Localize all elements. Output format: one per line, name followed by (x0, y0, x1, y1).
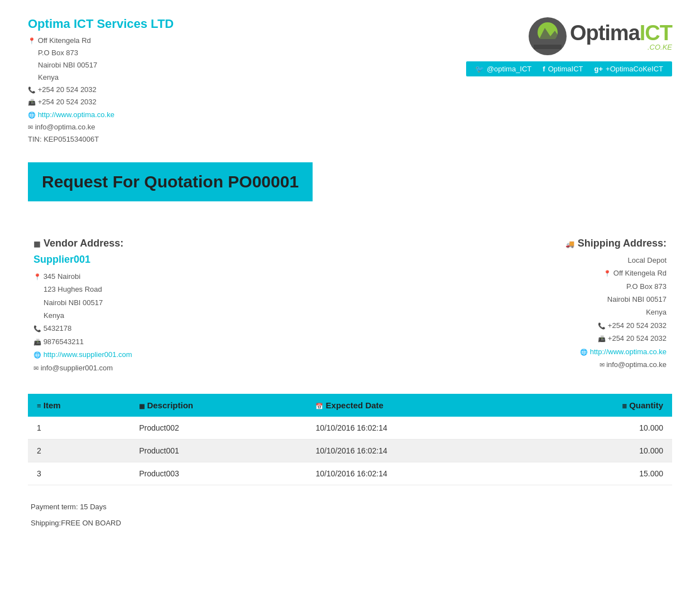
logo-ict-text: ICT (640, 22, 672, 44)
cell-description: Product002 (130, 417, 306, 440)
shipping-pin-icon (603, 269, 611, 277)
col-header-expected-date: Expected Date (306, 394, 526, 417)
vendor-pin-icon (33, 272, 41, 281)
table-row: 1 Product002 10/10/2016 16:02:14 10.000 (28, 417, 672, 440)
phone-icon (28, 85, 36, 94)
vendor-globe-icon (33, 350, 41, 359)
vendor-phone-icon (33, 324, 41, 332)
cell-description: Product003 (130, 462, 306, 485)
googleplus-link[interactable]: g+ +OptimaCoKeICT (594, 65, 664, 73)
table-row: 3 Product003 10/10/2016 16:02:14 15.000 (28, 462, 672, 485)
vendor-fax: 9876543211 (33, 335, 350, 348)
company-info: Optima ICT Services LTD Off Kitengela Rd… (28, 17, 466, 146)
facebook-link[interactable]: f OptimaICT (543, 65, 583, 73)
company-phone: +254 20 524 2032 (28, 84, 466, 96)
table-row: 2 Product001 10/10/2016 16:02:14 10.000 (28, 439, 672, 462)
logo-optima-text: Optima (570, 22, 640, 44)
shipping-addr2: P.O Box 873 (350, 280, 667, 293)
cell-num: 2 (28, 439, 130, 462)
shipping-phone: +254 20 524 2032 (350, 319, 667, 332)
vendor-city: Nairobi NBI 00517 (33, 296, 350, 309)
cell-quantity: 10.000 (527, 439, 672, 462)
company-tin: TIN: KEP051534006T (28, 133, 466, 146)
logo-section: Optima ICT .CO.KE 🐦 @optima_ICT f Optima… (466, 17, 672, 76)
company-address3: Nairobi NBI 00517 (28, 59, 466, 71)
company-name: Optima ICT Services LTD (28, 17, 466, 31)
qty-icon (622, 400, 627, 410)
addresses-section: Vendor Address: Supplier001 345 Nairobi … (28, 238, 672, 374)
company-address1: Off Kitengela Rd (28, 35, 466, 47)
svg-rect-4 (534, 45, 562, 49)
cell-quantity: 10.000 (527, 417, 672, 440)
twitter-link[interactable]: 🐦 @optima_ICT (475, 65, 531, 73)
vendor-phone: 5432178 (33, 322, 350, 335)
twitter-icon: 🐦 (475, 65, 484, 73)
vendor-pin-address: 345 Nairobi (33, 270, 350, 283)
globe-icon (28, 110, 36, 119)
cell-expected-date: 10/10/2016 16:02:14 (306, 417, 526, 440)
vendor-website[interactable]: http://www.supplier001.com (33, 348, 350, 361)
table-header-row: Item Description Expected Date Quantity (28, 394, 672, 417)
shipping-email-icon (600, 360, 605, 369)
item-icon (37, 400, 41, 410)
company-address4: Kenya (28, 71, 466, 84)
cell-num: 1 (28, 417, 130, 440)
fax-icon (28, 98, 36, 106)
facebook-icon: f (543, 65, 545, 73)
rfq-title-section: Request For Quotation PO00001 (28, 162, 672, 221)
shipping-addr4: Kenya (350, 306, 667, 319)
shipping-globe-icon (580, 348, 588, 356)
pin-icon (28, 36, 36, 45)
company-fax: +254 20 524 2032 (28, 96, 466, 108)
vendor-email-icon (33, 364, 39, 372)
email-icon (28, 123, 33, 131)
shipping-term: Shipping:FREE ON BOARD (31, 515, 669, 532)
vendor-address: Vendor Address: Supplier001 345 Nairobi … (33, 238, 350, 374)
table-header: Item Description Expected Date Quantity (28, 394, 672, 417)
shipping-phone-icon (598, 321, 606, 330)
shipping-addr1: Off Kitengela Rd (350, 267, 667, 279)
payment-term: Payment term: 15 Days (31, 499, 669, 515)
company-email: info@optima.co.ke (28, 121, 466, 133)
vendor-address-lines: 345 Nairobi 123 Hughes Road Nairobi NBI … (33, 270, 350, 374)
col-header-item: Item (28, 394, 130, 417)
logo-text: Optima ICT .CO.KE (570, 22, 672, 51)
page-header: Optima ICT Services LTD Off Kitengela Rd… (28, 17, 672, 146)
vendor-fax-icon (33, 337, 41, 346)
logo-container: Optima ICT .CO.KE (528, 17, 672, 56)
shipping-address: Shipping Address: Local Depot Off Kiteng… (350, 238, 667, 374)
cell-expected-date: 10/10/2016 16:02:14 (306, 439, 526, 462)
cell-quantity: 15.000 (527, 462, 672, 485)
vendor-address-title: Vendor Address: (33, 238, 350, 249)
shipping-address-lines: Local Depot Off Kitengela Rd P.O Box 873… (350, 254, 667, 371)
rfq-title: Request For Quotation PO00001 (42, 172, 299, 191)
shipping-website[interactable]: http://www.optima.co.ke (350, 345, 667, 358)
vendor-street: 123 Hughes Road (33, 283, 350, 296)
cell-num: 3 (28, 462, 130, 485)
social-bar: 🐦 @optima_ICT f OptimaICT g+ +OptimaCoKe… (466, 61, 672, 76)
company-address2: P.O Box 873 (28, 47, 466, 59)
logo-icon (528, 17, 567, 56)
cell-expected-date: 10/10/2016 16:02:14 (306, 462, 526, 485)
vendor-icon (33, 238, 40, 249)
logo-coke-text: .CO.KE (570, 44, 672, 51)
vendor-email: info@supplier001.com (33, 361, 350, 374)
googleplus-icon: g+ (594, 65, 603, 73)
supplier-name: Supplier001 (33, 254, 350, 266)
col-header-quantity: Quantity (527, 394, 672, 417)
shipping-address-title: Shipping Address: (350, 238, 667, 249)
table-body: 1 Product002 10/10/2016 16:02:14 10.000 … (28, 417, 672, 485)
vendor-country: Kenya (33, 309, 350, 322)
rfq-title-bar: Request For Quotation PO00001 (28, 162, 313, 201)
company-website[interactable]: http://www.optima.co.ke (28, 109, 466, 121)
footer-info: Payment term: 15 Days Shipping:FREE ON B… (28, 499, 672, 531)
desc-icon (139, 400, 145, 410)
cell-description: Product001 (130, 439, 306, 462)
shipping-fax: +254 20 524 2032 (350, 332, 667, 345)
shipping-addr3: Nairobi NBI 00517 (350, 293, 667, 306)
shipping-fax-icon (598, 334, 606, 342)
shipping-name: Local Depot (350, 254, 667, 267)
shipping-email: info@optima.co.ke (350, 358, 667, 371)
col-header-description: Description (130, 394, 306, 417)
truck-icon (565, 238, 574, 249)
